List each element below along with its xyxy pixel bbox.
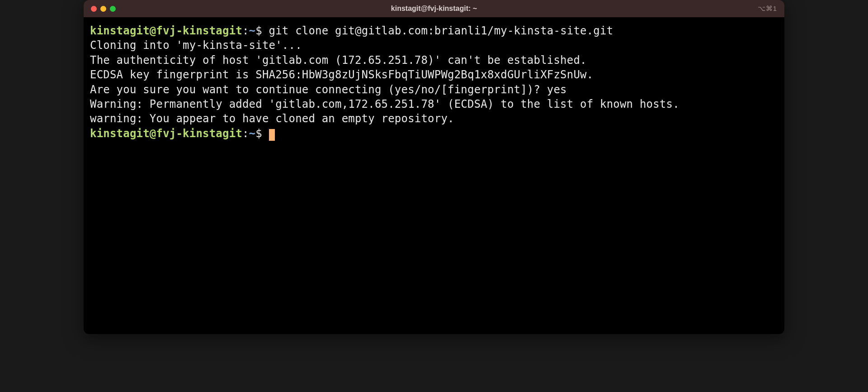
close-icon[interactable] [91,6,97,12]
command-text: git clone git@gitlab.com:brianli1/my-kin… [269,24,613,37]
minimize-icon[interactable] [100,6,106,12]
traffic-lights [91,6,116,12]
prompt-user-host: kinstagit@fvj-kinstagit [90,24,242,37]
output-line: Warning: Permanently added 'gitlab.com,1… [90,97,778,111]
terminal-body[interactable]: kinstagit@fvj-kinstagit:~$ git clone git… [84,17,784,334]
prompt-line: kinstagit@fvj-kinstagit:~$ [90,126,778,141]
output-line: Cloning into 'my-kinsta-site'... [90,38,778,53]
command-line: kinstagit@fvj-kinstagit:~$ git clone git… [90,24,778,38]
output-line: ECDSA key fingerprint is SHA256:HbW3g8zU… [90,67,778,82]
output-line: The authenticity of host 'gitlab.com (17… [90,53,778,67]
prompt-separator: : [242,127,249,140]
prompt-separator: : [242,24,249,37]
terminal-window: kinstagit@fvj-kinstagit: ~ ⌥⌘1 kinstagit… [84,0,784,334]
output-line: warning: You appear to have cloned an em… [90,111,778,126]
prompt-symbol: $ [255,24,262,37]
maximize-icon[interactable] [110,6,116,12]
cursor-icon [269,129,275,141]
window-title: kinstagit@fvj-kinstagit: ~ [391,5,477,13]
prompt-user-host: kinstagit@fvj-kinstagit [90,127,242,140]
window-shortcut-indicator: ⌥⌘1 [758,5,777,13]
prompt-path: ~ [249,127,256,140]
output-line: Are you sure you want to continue connec… [90,82,778,97]
prompt-path: ~ [249,24,256,37]
title-bar: kinstagit@fvj-kinstagit: ~ ⌥⌘1 [84,0,784,17]
prompt-symbol: $ [255,127,262,140]
